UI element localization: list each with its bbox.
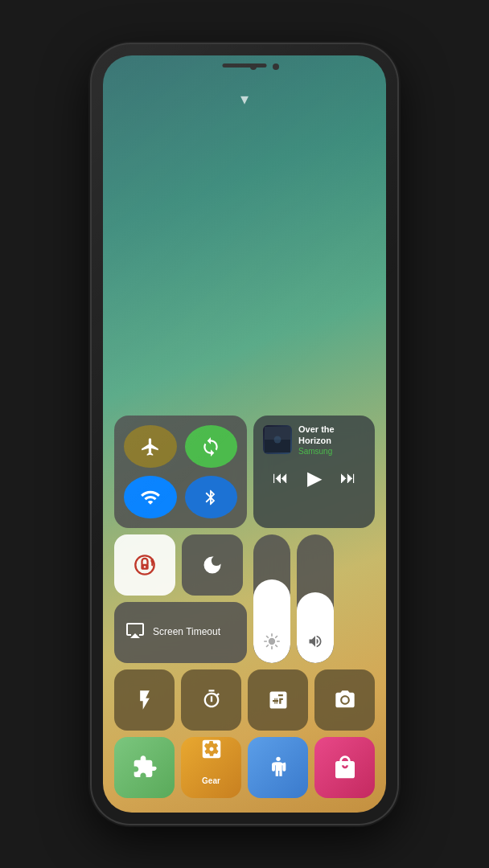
bluetooth-button[interactable] <box>185 476 238 518</box>
prev-button[interactable]: ⏮ <box>268 467 294 489</box>
calculator-button[interactable] <box>248 669 308 731</box>
puzzle-app-button[interactable] <box>114 737 175 798</box>
camera-icon <box>334 689 356 711</box>
airplane-mode-button[interactable] <box>124 425 177 468</box>
store-icon <box>332 755 358 780</box>
flashlight-icon <box>134 689 156 711</box>
front-sensor <box>273 63 279 70</box>
screen: ▾ <box>103 55 386 813</box>
volume-slider[interactable] <box>297 534 334 663</box>
puzzle-icon <box>132 755 158 780</box>
screen-timeout-label: Screen Timeout <box>153 626 220 639</box>
toggle-row-top <box>114 534 247 596</box>
front-camera <box>250 63 257 70</box>
airplane-icon <box>140 436 161 457</box>
media-info: Over the Horizon Samsung <box>298 424 365 456</box>
media-player: Over the Horizon Samsung ⏮ ▶ ⏭ <box>253 416 375 528</box>
control-center: Over the Horizon Samsung ⏮ ▶ ⏭ <box>114 416 375 798</box>
album-art <box>263 425 292 454</box>
track-title: Over the Horizon <box>298 424 365 447</box>
brightness-icon <box>264 633 280 653</box>
airplay-icon <box>125 620 145 640</box>
row-connectivity: Over the Horizon Samsung ⏮ ▶ ⏭ <box>114 416 375 528</box>
timer-button[interactable] <box>181 669 241 731</box>
camera-button[interactable] <box>314 669 375 731</box>
screen-timeout-button[interactable]: Screen Timeout <box>114 602 247 663</box>
accessibility-app-button[interactable] <box>248 737 308 798</box>
svg-point-9 <box>276 757 280 761</box>
timer-icon <box>200 689 223 711</box>
screen-timeout-icon <box>125 620 145 645</box>
svg-point-8 <box>342 697 347 702</box>
sliders-block <box>253 534 375 663</box>
row-toggles: Screen Timeout <box>114 534 375 663</box>
speaker-icon <box>307 633 323 649</box>
row-apps: Gear <box>114 737 375 798</box>
rotation-lock-button[interactable] <box>185 425 238 468</box>
lock-rotation-icon <box>134 554 156 576</box>
bluetooth-icon <box>202 489 220 506</box>
play-button[interactable]: ▶ <box>302 465 327 491</box>
speaker-grille <box>223 63 267 68</box>
volume-icon <box>307 633 323 653</box>
wifi-icon <box>140 487 161 508</box>
svg-point-3 <box>274 436 281 443</box>
wifi-button[interactable] <box>124 476 177 518</box>
next-button[interactable]: ⏭ <box>335 467 361 489</box>
svg-point-6 <box>144 566 146 567</box>
calculator-icon <box>267 689 290 711</box>
toggle-block-left: Screen Timeout <box>114 534 247 663</box>
brightness-slider[interactable] <box>253 534 290 663</box>
rotation-icon <box>200 436 221 457</box>
pull-chevron[interactable]: ▾ <box>240 89 249 108</box>
notch-bar <box>103 55 386 81</box>
do-not-disturb-toggle[interactable] <box>182 534 243 596</box>
gear-app-button[interactable]: Gear <box>181 737 241 798</box>
moon-icon <box>201 554 224 576</box>
svg-point-7 <box>269 638 275 645</box>
store-app-button[interactable] <box>314 737 375 798</box>
connectivity-block <box>114 416 247 528</box>
gear-icon <box>199 737 224 761</box>
accessibility-icon <box>265 755 291 780</box>
track-artist: Samsung <box>298 447 365 456</box>
lock-rotation-toggle[interactable] <box>114 534 175 596</box>
phone-shell: ▾ <box>92 44 397 824</box>
row-utilities <box>114 669 375 731</box>
sun-icon <box>264 633 280 649</box>
flashlight-button[interactable] <box>114 669 175 731</box>
media-top: Over the Horizon Samsung <box>263 424 365 456</box>
media-controls: ⏮ ▶ ⏭ <box>263 465 365 491</box>
album-artwork <box>265 427 290 452</box>
gear-app-label: Gear <box>202 763 220 798</box>
